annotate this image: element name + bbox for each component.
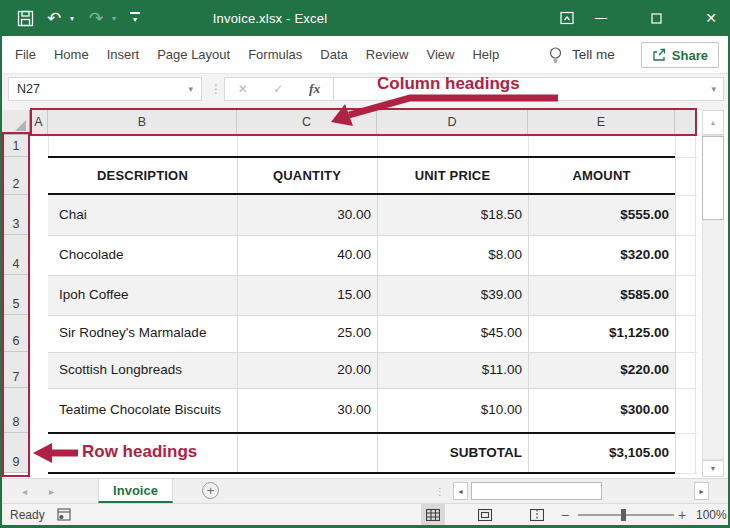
cell-B4[interactable]: Chocolade bbox=[48, 235, 237, 275]
column-heading-E[interactable]: E bbox=[528, 110, 675, 135]
tab-home[interactable]: Home bbox=[45, 36, 98, 73]
cell-E8[interactable]: $300.00 bbox=[528, 388, 675, 433]
row-heading-9[interactable]: 9 bbox=[2, 433, 30, 473]
cancel-icon[interactable]: ✕ bbox=[238, 82, 248, 96]
status-bar: Ready − + 100% bbox=[2, 503, 728, 525]
row-heading-6[interactable]: 6 bbox=[2, 315, 30, 352]
zoom-slider-thumb[interactable] bbox=[621, 509, 626, 521]
cell-D2[interactable]: UNIT PRICE bbox=[377, 157, 528, 195]
status-ready-label: Ready bbox=[10, 504, 45, 525]
vertical-scroll-thumb[interactable] bbox=[702, 136, 724, 220]
row-heading-7[interactable]: 7 bbox=[2, 352, 30, 388]
share-button[interactable]: Share bbox=[641, 42, 719, 68]
row-heading-3[interactable]: 3 bbox=[2, 195, 30, 235]
name-box[interactable]: N27 ▾ bbox=[8, 77, 202, 101]
sheet-tab-invoice[interactable]: Invoice bbox=[98, 479, 173, 503]
new-sheet-button[interactable]: + bbox=[202, 482, 219, 499]
cell-C7[interactable]: 20.00 bbox=[237, 352, 377, 388]
tell-me-label: Tell me bbox=[572, 47, 615, 62]
cell-E9[interactable]: $3,105.00 bbox=[528, 433, 675, 473]
cell-D8[interactable]: $10.00 bbox=[377, 388, 528, 433]
cell-D5[interactable]: $39.00 bbox=[377, 275, 528, 315]
cell-B2[interactable]: DESCRIPTION bbox=[48, 157, 237, 195]
cell-E5[interactable]: $585.00 bbox=[528, 275, 675, 315]
row-headings-annotation: Row headings bbox=[82, 442, 197, 462]
row-heading-2[interactable]: 2 bbox=[2, 157, 30, 195]
insert-function-icon[interactable]: fx bbox=[309, 81, 320, 97]
cell-C2[interactable]: QUANTITY bbox=[237, 157, 377, 195]
cell-C9[interactable] bbox=[237, 433, 377, 473]
tab-data[interactable]: Data bbox=[311, 36, 356, 73]
scroll-down-icon[interactable]: ▼ bbox=[702, 460, 724, 477]
cell-C5[interactable]: 15.00 bbox=[237, 275, 377, 315]
close-button[interactable]: ✕ bbox=[700, 0, 722, 36]
select-all-button[interactable] bbox=[2, 110, 30, 135]
cell-B6[interactable]: Sir Rodney's Marmalade bbox=[48, 315, 237, 352]
column-heading-partial[interactable] bbox=[675, 110, 697, 135]
row-heading-1[interactable]: 1 bbox=[2, 135, 30, 157]
gridline bbox=[675, 195, 697, 196]
save-icon[interactable] bbox=[14, 0, 36, 36]
page-break-preview-button[interactable] bbox=[525, 504, 549, 525]
cell-E3[interactable]: $555.00 bbox=[528, 195, 675, 235]
tab-file[interactable]: File bbox=[6, 36, 45, 73]
cell-D7[interactable]: $11.00 bbox=[377, 352, 528, 388]
ribbon-tabs: FileHomeInsertPage LayoutFormulasDataRev… bbox=[6, 36, 508, 73]
cell-B7[interactable]: Scottish Longbreads bbox=[48, 352, 237, 388]
cell-C4[interactable]: 40.00 bbox=[237, 235, 377, 275]
cell-D6[interactable]: $45.00 bbox=[377, 315, 528, 352]
horizontal-scroll-thumb[interactable] bbox=[471, 482, 602, 500]
hscroll-left-icon[interactable]: ◂ bbox=[453, 482, 468, 500]
tab-help[interactable]: Help bbox=[463, 36, 508, 73]
zoom-in-button[interactable]: + bbox=[678, 504, 686, 525]
row-heading-5[interactable]: 5 bbox=[2, 275, 30, 315]
sheet-nav-left-icon[interactable]: ◂ bbox=[22, 479, 27, 503]
cell-C6[interactable]: 25.00 bbox=[237, 315, 377, 352]
cell-E6[interactable]: $1,125.00 bbox=[528, 315, 675, 352]
quick-access-toolbar-customize-icon[interactable]: ▾ bbox=[127, 0, 143, 36]
cell-D3[interactable]: $18.50 bbox=[377, 195, 528, 235]
zoom-slider-track[interactable] bbox=[578, 514, 674, 516]
column-heading-D[interactable]: D bbox=[377, 110, 528, 135]
tab-insert[interactable]: Insert bbox=[98, 36, 149, 73]
tab-page-layout[interactable]: Page Layout bbox=[148, 36, 239, 73]
cell-E7[interactable]: $220.00 bbox=[528, 352, 675, 388]
zoom-out-button[interactable]: − bbox=[561, 504, 569, 525]
macro-record-icon[interactable] bbox=[57, 504, 71, 525]
page-layout-view-button[interactable] bbox=[473, 504, 497, 525]
cell-B8[interactable]: Teatime Chocolate Biscuits bbox=[48, 388, 237, 433]
normal-view-button[interactable] bbox=[421, 504, 445, 525]
cell-C3[interactable]: 30.00 bbox=[237, 195, 377, 235]
tab-review[interactable]: Review bbox=[357, 36, 418, 73]
undo-icon[interactable]: ↶ bbox=[44, 0, 64, 36]
tab-formulas[interactable]: Formulas bbox=[239, 36, 311, 73]
row-heading-8[interactable]: 8 bbox=[2, 388, 30, 433]
column-heading-C[interactable]: C bbox=[237, 110, 377, 135]
row-heading-4[interactable]: 4 bbox=[2, 235, 30, 275]
maximize-button[interactable] bbox=[645, 0, 667, 36]
gridline bbox=[675, 235, 697, 236]
formula-bar-expand-icon[interactable]: ▾ bbox=[711, 84, 723, 94]
tell-me[interactable]: Tell me bbox=[548, 36, 615, 73]
cell-C8[interactable]: 30.00 bbox=[237, 388, 377, 433]
cell-D4[interactable]: $8.00 bbox=[377, 235, 528, 275]
sheet-nav-right-icon[interactable]: ▸ bbox=[49, 479, 54, 503]
column-heading-A[interactable]: A bbox=[30, 110, 48, 135]
enter-icon[interactable]: ✓ bbox=[273, 82, 283, 96]
tab-bar-separator: ⋮ bbox=[435, 479, 445, 503]
tab-view[interactable]: View bbox=[417, 36, 463, 73]
scroll-up-icon[interactable]: ▲ bbox=[702, 110, 724, 135]
cell-B3[interactable]: Chai bbox=[48, 195, 237, 235]
column-heading-B[interactable]: B bbox=[48, 110, 237, 135]
name-box-dropdown-icon[interactable]: ▾ bbox=[188, 84, 201, 94]
zoom-level[interactable]: 100% bbox=[696, 504, 727, 525]
cell-E2[interactable]: AMOUNT bbox=[528, 157, 675, 195]
cell-B5[interactable]: Ipoh Coffee bbox=[48, 275, 237, 315]
cell-E4[interactable]: $320.00 bbox=[528, 235, 675, 275]
cell-D9[interactable]: SUBTOTAL bbox=[377, 433, 528, 473]
undo-dropdown-icon[interactable]: ▾ bbox=[66, 0, 78, 36]
vertical-scrollbar[interactable]: ▲ ▼ bbox=[700, 110, 726, 477]
hscroll-right-icon[interactable]: ▸ bbox=[694, 482, 709, 500]
minimize-button[interactable]: — bbox=[590, 0, 612, 36]
ribbon-display-options-icon[interactable] bbox=[556, 0, 578, 36]
